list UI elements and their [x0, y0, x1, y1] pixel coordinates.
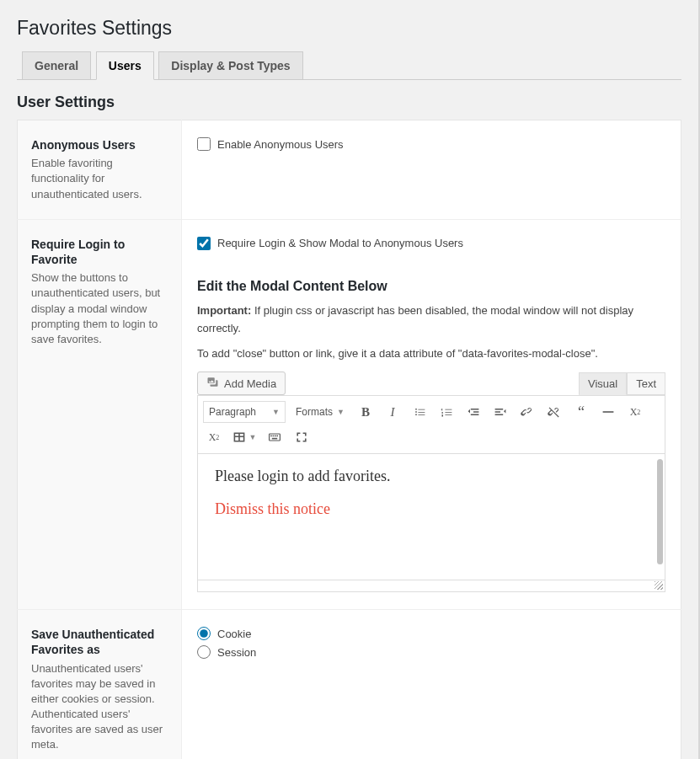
- enable-anonymous-text: Enable Anonymous Users: [217, 138, 344, 151]
- important-note: Important: If plugin css or javascript h…: [197, 302, 665, 338]
- fullscreen-button[interactable]: [291, 426, 313, 448]
- important-label: Important:: [197, 304, 251, 317]
- require-login-checkbox-label[interactable]: Require Login & Show Modal to Anonymous …: [197, 237, 463, 250]
- save-cookie-label[interactable]: Cookie: [197, 627, 251, 640]
- svg-rect-1: [270, 434, 281, 441]
- caret-down-icon: ▼: [337, 408, 345, 416]
- subscript-button[interactable]: X2: [624, 401, 646, 423]
- editor-status-bar: [197, 580, 665, 592]
- formats-dropdown[interactable]: Formats▼: [291, 401, 350, 423]
- require-login-title: Require Login to Favorite: [31, 237, 168, 267]
- tab-general[interactable]: General: [22, 51, 91, 80]
- tab-users[interactable]: Users: [96, 51, 154, 80]
- require-login-checkbox[interactable]: [197, 237, 211, 250]
- caret-down-icon: ▼: [272, 408, 280, 416]
- row-anonymous-users: Anonymous Users Enable favoriting functi…: [18, 120, 681, 220]
- scrollbar[interactable]: [657, 459, 663, 564]
- save-session-text: Session: [217, 646, 256, 659]
- important-text: If plugin css or javascript has been dis…: [197, 304, 633, 334]
- settings-tabs: General Users Display & Post Types: [17, 51, 681, 80]
- bold-button[interactable]: B: [355, 401, 377, 423]
- require-login-desc: Show the buttons to unauthenticated user…: [31, 270, 168, 347]
- editor-mode-tabs: Visual Text: [579, 372, 665, 395]
- svg-rect-3: [273, 436, 275, 437]
- media-icon: [206, 376, 219, 391]
- save-unauth-desc: Unauthenticated users' favorites may be …: [31, 661, 168, 753]
- modal-body-text[interactable]: Please login to add favorites.: [215, 468, 648, 485]
- blockquote-button[interactable]: “: [570, 401, 592, 423]
- anonymous-users-title: Anonymous Users: [31, 137, 168, 152]
- table-button[interactable]: ▼: [230, 426, 259, 448]
- dismiss-notice-link[interactable]: Dismiss this notice: [215, 500, 330, 517]
- horizontal-rule-button[interactable]: [597, 401, 619, 423]
- number-list-button[interactable]: [435, 401, 457, 423]
- close-attribute-note: To add "close" button or link, give it a…: [197, 345, 665, 363]
- svg-rect-6: [272, 438, 277, 440]
- save-cookie-radio[interactable]: [197, 627, 211, 640]
- add-media-label: Add Media: [224, 377, 276, 390]
- row-save-unauth: Save Unauthenticated Favorites as Unauth…: [18, 610, 681, 759]
- svg-rect-4: [275, 436, 276, 437]
- tab-display-post-types[interactable]: Display & Post Types: [158, 51, 302, 80]
- editor-tab-visual[interactable]: Visual: [579, 372, 627, 395]
- bullet-list-button[interactable]: [409, 401, 430, 423]
- svg-rect-2: [270, 436, 272, 437]
- editor-tab-text[interactable]: Text: [627, 372, 665, 395]
- enable-anonymous-checkbox-label[interactable]: Enable Anonymous Users: [197, 137, 344, 151]
- user-settings-table: Anonymous Users Enable favoriting functi…: [17, 120, 681, 759]
- enable-anonymous-checkbox[interactable]: [197, 137, 211, 151]
- save-unauth-title: Save Unauthenticated Favorites as: [31, 627, 168, 657]
- svg-rect-5: [276, 436, 278, 437]
- italic-button[interactable]: I: [382, 401, 403, 423]
- resize-handle[interactable]: [655, 581, 663, 590]
- save-session-label[interactable]: Session: [197, 645, 256, 659]
- editor-top-bar: Add Media Visual Text: [197, 371, 665, 395]
- save-cookie-text: Cookie: [217, 628, 251, 640]
- editor-toolbar: Paragraph▼ Formats▼ B I: [197, 395, 665, 454]
- section-title: User Settings: [17, 94, 681, 111]
- outdent-button[interactable]: [462, 401, 484, 423]
- require-login-text: Require Login & Show Modal to Anonymous …: [217, 237, 463, 249]
- superscript-button[interactable]: X2: [203, 426, 225, 448]
- paragraph-format-select[interactable]: Paragraph▼: [203, 401, 286, 423]
- modal-content-heading: Edit the Modal Content Below: [197, 279, 665, 294]
- add-media-button[interactable]: Add Media: [197, 371, 286, 395]
- save-session-radio[interactable]: [197, 645, 211, 659]
- editor-content-area[interactable]: Please login to add favorites. Dismiss t…: [197, 454, 665, 580]
- keyboard-button[interactable]: [264, 426, 286, 448]
- indent-button[interactable]: [489, 401, 511, 423]
- anonymous-users-desc: Enable favoriting functionality for unau…: [31, 156, 168, 202]
- row-require-login: Require Login to Favorite Show the butto…: [18, 219, 681, 609]
- link-button[interactable]: [516, 401, 538, 423]
- page-title: Favorites Settings: [17, 17, 681, 40]
- caret-down-icon: ▼: [249, 433, 257, 441]
- svg-rect-0: [603, 411, 614, 413]
- unlink-button[interactable]: [543, 401, 565, 423]
